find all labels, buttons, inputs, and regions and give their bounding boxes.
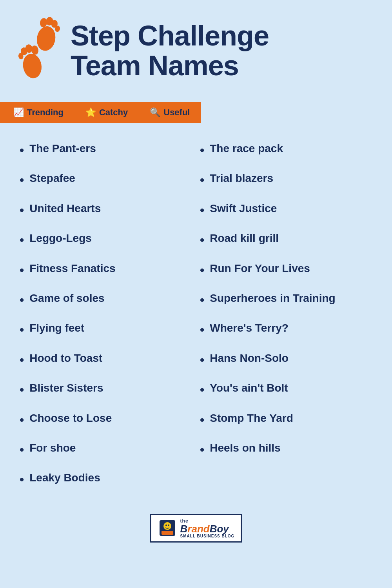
title-block: Step Challenge Team Names: [71, 21, 376, 80]
item-text: Leaky Bodies: [29, 471, 192, 485]
item-text: Swift Justice: [210, 202, 372, 215]
bullet-icon: •: [20, 352, 24, 367]
list-item: •Choose to Lose: [16, 405, 196, 434]
bullet-icon: •: [20, 442, 24, 457]
bullet-icon: •: [200, 292, 204, 307]
list-item: •You's ain't Bolt: [196, 374, 376, 404]
bullet-icon: •: [20, 203, 24, 218]
item-text: Hans Non-Solo: [210, 352, 372, 365]
useful-icon: 🔍: [150, 107, 160, 118]
tab-catchy[interactable]: ⭐ Catchy: [74, 102, 139, 123]
list-item: •United Hearts: [16, 195, 196, 225]
bullet-icon: •: [200, 143, 204, 158]
svg-point-5: [21, 52, 44, 80]
svg-point-13: [168, 524, 169, 526]
list-item: •Swift Justice: [196, 195, 376, 225]
item-text: Flying feet: [29, 321, 192, 335]
brandboy-logo: the BrandBoy SMALL BUSINESS BLOG: [150, 514, 242, 543]
bullet-icon: •: [20, 263, 24, 278]
list-item: •Stepafee: [16, 165, 196, 194]
bullet-icon: •: [20, 382, 24, 397]
tab-useful[interactable]: 🔍 Useful: [139, 102, 201, 123]
svg-point-12: [165, 524, 167, 526]
list-item: •Leggo-Legs: [16, 225, 196, 254]
catchy-label: Catchy: [99, 107, 128, 118]
footer: the BrandBoy SMALL BUSINESS BLOG: [0, 506, 392, 554]
logo-brand-name: BrandBoy: [180, 524, 229, 534]
bullet-icon: •: [20, 322, 24, 337]
list-item: •Stomp The Yard: [196, 405, 376, 434]
item-text: Stomp The Yard: [210, 412, 372, 425]
bullet-icon: •: [200, 172, 204, 187]
item-text: Trial blazers: [210, 172, 372, 185]
item-text: For shoe: [29, 441, 192, 455]
bullet-icon: •: [200, 442, 204, 457]
item-text: Hood to Toast: [29, 352, 192, 365]
list-item: •Superheroes in Training: [196, 285, 376, 314]
item-text: Stepafee: [29, 172, 192, 185]
list-item: •Trial blazers: [196, 165, 376, 194]
catchy-icon: ⭐: [85, 107, 96, 118]
bullet-icon: •: [200, 232, 204, 247]
list-item: •Game of soles: [16, 285, 196, 314]
header: Step Challenge Team Names: [0, 0, 392, 98]
right-column: •The race pack•Trial blazers•Swift Justi…: [196, 135, 376, 494]
list-item: •For shoe: [16, 434, 196, 464]
bullet-icon: •: [200, 203, 204, 218]
tab-trending[interactable]: 📈 Trending: [2, 102, 74, 123]
bullet-icon: •: [20, 472, 24, 487]
bullet-icon: •: [200, 263, 204, 278]
item-text: Run For Your Lives: [210, 262, 372, 275]
list-item: •Blister Sisters: [16, 374, 196, 404]
logo-text-block: the BrandBoy SMALL BUSINESS BLOG: [180, 518, 235, 538]
list-item: •Road kill grill: [196, 225, 376, 254]
item-text: Road kill grill: [210, 232, 372, 245]
bullet-icon: •: [20, 172, 24, 187]
item-text: The race pack: [210, 142, 372, 155]
trending-icon: 📈: [13, 107, 24, 118]
mascot-icon: [158, 518, 177, 538]
item-text: Heels on hills: [210, 441, 372, 455]
list-item: •Hans Non-Solo: [196, 345, 376, 374]
svg-rect-14: [162, 531, 173, 535]
bullet-icon: •: [200, 412, 204, 427]
useful-label: Useful: [163, 107, 190, 118]
item-text: Blister Sisters: [29, 381, 192, 395]
left-column: •The Pant-ers•Stepafee•United Hearts•Leg…: [16, 135, 196, 494]
logo-tagline: SMALL BUSINESS BLOG: [180, 534, 235, 538]
bullet-icon: •: [200, 382, 204, 397]
list-item: •Heels on hills: [196, 434, 376, 464]
list-item: •Flying feet: [16, 314, 196, 344]
bullet-icon: •: [20, 232, 24, 247]
item-text: You's ain't Bolt: [210, 381, 372, 395]
content-area: •The Pant-ers•Stepafee•United Hearts•Leg…: [0, 123, 392, 506]
bullet-icon: •: [20, 143, 24, 158]
main-title: Step Challenge Team Names: [71, 21, 376, 80]
list-item: •Where's Terry?: [196, 314, 376, 344]
tabs-bar: 📈 Trending ⭐ Catchy 🔍 Useful: [0, 102, 392, 123]
item-text: The Pant-ers: [29, 142, 192, 155]
bullet-icon: •: [20, 292, 24, 307]
bullet-icon: •: [20, 412, 24, 427]
list-item: •Hood to Toast: [16, 345, 196, 374]
trending-label: Trending: [27, 107, 64, 118]
item-text: United Hearts: [29, 202, 192, 215]
bullet-icon: •: [200, 322, 204, 337]
svg-point-11: [163, 522, 171, 530]
item-text: Fitness Fanatics: [29, 262, 192, 275]
list-item: •Run For Your Lives: [196, 255, 376, 285]
list-item: •The Pant-ers: [16, 135, 196, 165]
item-text: Game of soles: [29, 292, 192, 305]
list-item: •The race pack: [196, 135, 376, 165]
bullet-icon: •: [200, 352, 204, 367]
list-item: •Fitness Fanatics: [16, 255, 196, 285]
item-text: Superheroes in Training: [210, 292, 372, 305]
item-text: Where's Terry?: [210, 321, 372, 335]
list-item: •Leaky Bodies: [16, 464, 196, 494]
item-text: Choose to Lose: [29, 412, 192, 425]
item-text: Leggo-Legs: [29, 232, 192, 245]
footprints-graphic: [16, 12, 63, 90]
